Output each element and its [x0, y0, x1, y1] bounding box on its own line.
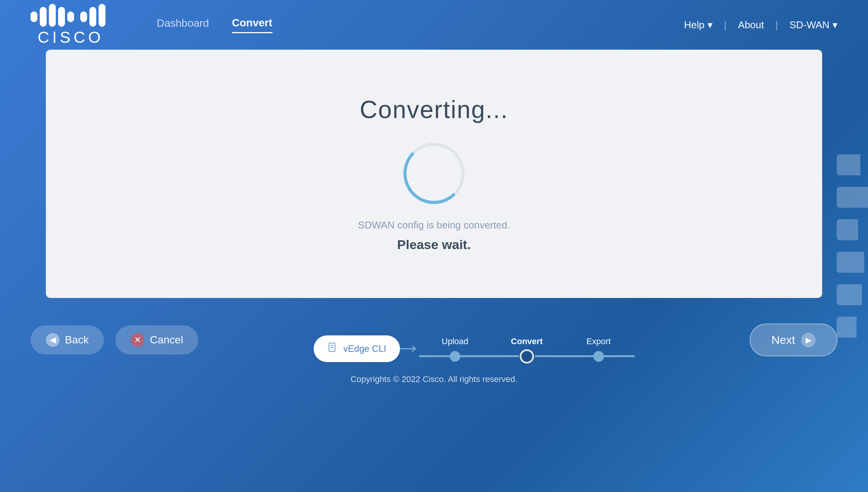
line-before-upload — [419, 355, 450, 357]
svg-rect-2 — [49, 4, 56, 27]
upload-dot — [450, 351, 460, 362]
line-convert-export — [532, 355, 593, 357]
svg-rect-7 — [99, 4, 105, 27]
sidebar-bar-3 — [837, 219, 858, 240]
nav-dashboard[interactable]: Dashboard — [157, 17, 209, 32]
about-link[interactable]: About — [738, 19, 764, 31]
progress-stepper: vEdge CLI Upload Convert Export — [314, 318, 635, 362]
spinner — [403, 143, 465, 204]
header-right: Help ▾ | About | SD-WAN ▾ — [684, 19, 837, 31]
back-icon: ◀ — [46, 333, 60, 347]
help-menu[interactable]: Help ▾ — [684, 19, 713, 31]
spinner-arc — [403, 143, 465, 204]
next-icon: ▶ — [801, 333, 816, 347]
chevron-down-icon: ▾ — [708, 19, 713, 31]
svg-rect-0 — [31, 11, 37, 22]
convert-dot-wrapper: Convert — [521, 351, 532, 362]
nav-convert[interactable]: Convert — [232, 17, 272, 33]
sidebar-bar-2 — [837, 187, 868, 208]
svg-rect-1 — [40, 7, 47, 27]
step-chip-vedge: vEdge CLI — [314, 335, 400, 362]
main-card: Converting... SDWAN config is being conv… — [46, 50, 822, 298]
sidebar-decorative-bars — [837, 154, 868, 338]
svg-rect-4 — [67, 11, 74, 22]
sidebar-bar-1 — [837, 154, 860, 175]
cancel-icon: ✕ — [131, 333, 144, 347]
chevron-down-icon-2: ▾ — [832, 19, 837, 31]
divider-1: | — [724, 19, 727, 31]
divider-2: | — [776, 19, 778, 31]
converting-subtitle: SDWAN config is being converted. — [358, 219, 510, 231]
please-wait-text: Please wait. — [397, 237, 471, 252]
export-label: Export — [586, 337, 611, 346]
converting-title: Converting... — [360, 95, 508, 124]
main-nav: Dashboard Convert — [157, 17, 684, 33]
svg-rect-5 — [80, 11, 87, 22]
bottom-left-buttons: ◀ Back ✕ Cancel — [31, 325, 198, 354]
back-button[interactable]: ◀ Back — [31, 325, 104, 354]
sidebar-bar-5 — [837, 284, 862, 305]
upload-label: Upload — [442, 337, 468, 346]
upload-dot-wrapper: Upload — [450, 351, 460, 362]
sidebar-bar-6 — [837, 317, 857, 338]
bottom-bar: ◀ Back ✕ Cancel vEdge CLI — [0, 317, 868, 363]
step-upload: Upload Convert Export — [419, 336, 635, 362]
logo-bars — [31, 3, 111, 27]
file-icon — [327, 342, 338, 355]
line-after-export — [604, 355, 635, 357]
svg-rect-6 — [89, 7, 96, 27]
export-dot-wrapper: Export — [593, 351, 604, 362]
header: CiSCo Dashboard Convert Help ▾ | About |… — [0, 0, 868, 50]
sdwan-menu[interactable]: SD-WAN ▾ — [790, 19, 837, 31]
convert-label: Convert — [511, 337, 542, 346]
chip-arrow — [400, 343, 419, 354]
cisco-logo-svg — [31, 3, 111, 27]
next-button[interactable]: Next ▶ — [750, 324, 837, 356]
cisco-wordmark: CiSCo — [37, 28, 104, 47]
convert-dot — [521, 351, 532, 362]
svg-rect-3 — [58, 7, 65, 27]
export-dot — [593, 351, 604, 362]
footer: Copyrights © 2022 Cisco. All rights rese… — [0, 374, 868, 384]
sidebar-bar-4 — [837, 252, 864, 273]
line-upload-convert — [460, 355, 521, 357]
cancel-button[interactable]: ✕ Cancel — [115, 325, 198, 354]
cisco-logo: CiSCo — [31, 3, 111, 47]
